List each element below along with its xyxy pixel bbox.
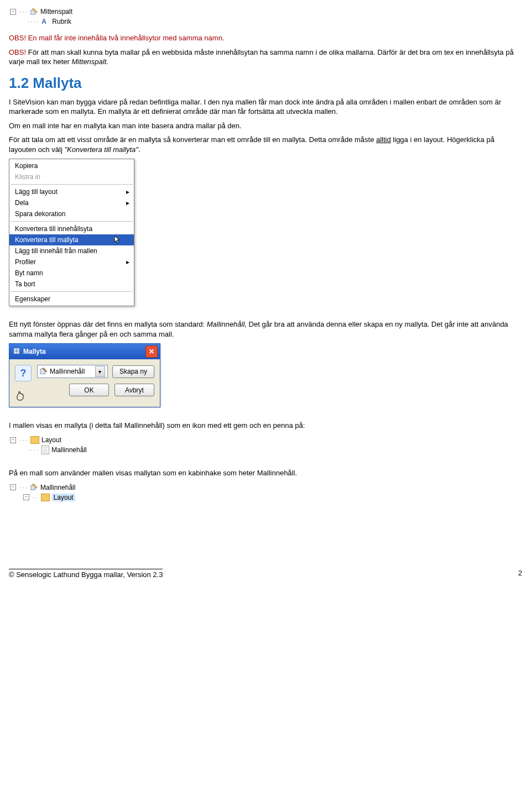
text-icon: A	[41, 18, 50, 25]
page-number: 2	[518, 569, 522, 579]
combo-icon	[40, 367, 48, 376]
mouse-cursor-icon	[114, 235, 122, 246]
menu-konvertera-innehallsyta[interactable]: Konvertera till innehållsyta	[9, 223, 134, 234]
heading-mallyta: 1.2 Mallyta	[9, 75, 522, 92]
para-3: För att tala om att ett visst område är …	[9, 135, 522, 154]
hand-icon	[15, 389, 27, 401]
warning-2: OBS! För att man skall kunna byta mallar…	[9, 48, 522, 67]
submenu-arrow-icon: ▸	[126, 258, 129, 266]
footer-left: © Senselogic Lathund Bygga mallar, Versi…	[9, 569, 163, 579]
menu-konvertera-mallyta[interactable]: Konvertera till mallyta	[9, 234, 134, 245]
avbryt-button[interactable]: Avbryt	[114, 384, 154, 396]
dialog-title-bar: Mallyta ✕	[9, 344, 160, 359]
menu-kopiera[interactable]: Kopiera	[9, 160, 134, 171]
dialog-title: Mallyta	[23, 348, 145, 355]
folder-icon	[30, 436, 39, 444]
folder-icon	[41, 494, 50, 501]
collapse-icon[interactable]: −	[10, 9, 16, 15]
tree-label: Mallinnehåll	[51, 446, 86, 454]
collapse-icon[interactable]: −	[10, 484, 16, 490]
combo-value: Mallinnehåll	[50, 368, 93, 375]
mallyta-combo[interactable]: Mallinnehåll ▾	[37, 365, 108, 378]
menu-dela[interactable]: Dela▸	[9, 197, 134, 208]
app-icon	[13, 347, 23, 357]
close-icon[interactable]: ✕	[145, 345, 158, 358]
tree-label: Layout	[41, 436, 61, 444]
para-1: I SiteVision kan man bygga vidare på red…	[9, 97, 522, 117]
menu-klistra: Klistra in	[9, 171, 134, 182]
tree-mittenspalt: − ··· Mittenspalt ···· A Rubrik	[9, 7, 522, 27]
mallinnehall-icon	[30, 483, 40, 492]
menu-byt-namn[interactable]: Byt namn	[9, 268, 134, 279]
skapa-ny-button[interactable]: Skapa ny	[112, 365, 154, 378]
para-6: På en mall som använder mallen visas mal…	[9, 468, 522, 478]
layout-icon	[30, 7, 40, 17]
chevron-down-icon[interactable]: ▾	[95, 366, 105, 377]
tree-label: Rubrik	[52, 18, 71, 25]
mallinnehall-icon	[41, 446, 49, 454]
tree-label: Mallinnehåll	[40, 484, 75, 491]
menu-ta-bort[interactable]: Ta bort	[9, 279, 134, 290]
tree-label: Mittenspalt	[40, 8, 72, 15]
collapse-icon[interactable]: −	[23, 494, 29, 500]
para-2: Om en mall inte har en mallyta kan man i…	[9, 121, 522, 131]
collapse-icon[interactable]: −	[10, 437, 16, 443]
context-menu: Kopiera Klistra in Lägg till layout▸ Del…	[9, 159, 134, 306]
tree-label-selected[interactable]: Layout	[52, 494, 75, 501]
warning-1: OBS! En mall får inte innehålla två inne…	[9, 33, 522, 43]
help-icon[interactable]: ?	[15, 365, 32, 381]
submenu-arrow-icon: ▸	[126, 199, 129, 207]
para-4: Ett nytt fönster öppnas där det finns en…	[9, 319, 522, 339]
menu-lagg-layout[interactable]: Lägg till layout▸	[9, 186, 134, 197]
menu-spara-dekoration[interactable]: Spara dekoration	[9, 208, 134, 219]
menu-egenskaper[interactable]: Egenskaper	[9, 294, 134, 305]
ok-button[interactable]: OK	[69, 384, 109, 396]
tree-layout-mallinnehall: − ··· Layout ···· Mallinnehåll	[9, 435, 522, 455]
submenu-arrow-icon: ▸	[126, 188, 129, 196]
page-footer: © Senselogic Lathund Bygga mallar, Versi…	[9, 569, 522, 579]
menu-lagg-innehall[interactable]: Lägg till innehåll från mallen	[9, 245, 134, 256]
para-5: I mallen visas en mallyta (i detta fall …	[9, 421, 522, 431]
mallyta-dialog: Mallyta ✕ ? Mallinnehåll ▾ Skapa ny OK A…	[9, 343, 160, 407]
tree-mallinnehall-layout: − ··· Mallinnehåll − ·· Layout	[9, 483, 522, 502]
menu-profiler[interactable]: Profiler▸	[9, 256, 134, 268]
